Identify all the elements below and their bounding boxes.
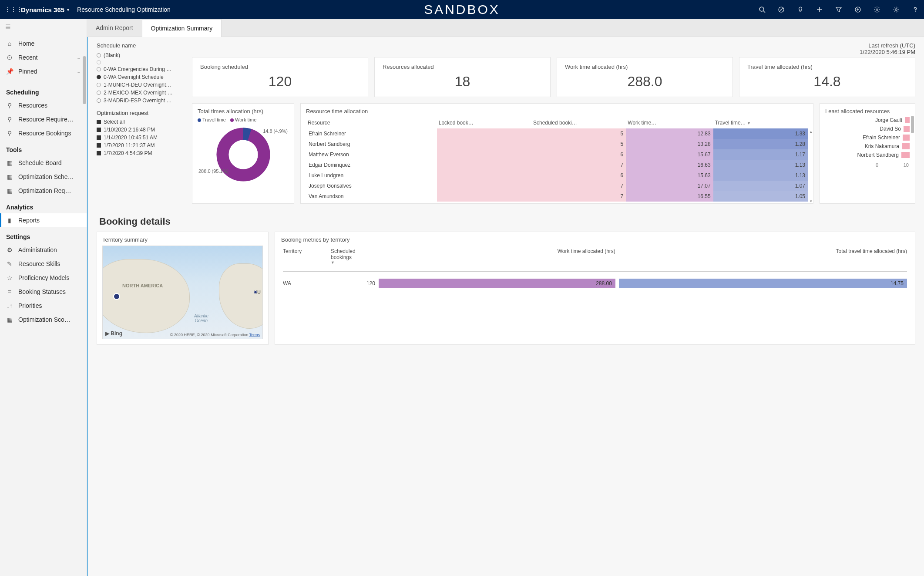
app-title: Resource Scheduling Optimization	[77, 6, 171, 13]
least-scrollbar[interactable]	[911, 116, 914, 133]
metrics-col-header[interactable]: Territory	[281, 246, 329, 267]
metrics-col-header[interactable]: Scheduled bookings	[329, 246, 377, 267]
table-col-header[interactable]: Scheduled booki…	[531, 117, 626, 128]
task-icon[interactable]	[777, 5, 786, 14]
table-row[interactable]: Matthew Everson615.671.17	[306, 149, 808, 160]
schedule-filter-item[interactable]: 0-WA Emergencies During …	[97, 65, 186, 73]
schedule-name-label: Schedule name	[97, 42, 186, 49]
sidebar-item-proficiency-models[interactable]: ☆Proficiency Models	[0, 271, 87, 285]
resource-table-card: Resource time allocation ResourceLocked …	[300, 103, 813, 204]
nav-icon: ≡	[6, 288, 13, 295]
least-bar-row[interactable]: David So	[825, 126, 910, 132]
help-icon[interactable]	[911, 5, 920, 14]
sidebar-item-home[interactable]: ⌂Home	[0, 37, 87, 51]
sidebar-item-resource-requirements[interactable]: ⚲Resource Require…	[0, 112, 87, 126]
schedule-filter-item[interactable]: 0-WA Overnight Schedule	[97, 73, 186, 81]
sidebar-scrollbar[interactable]	[83, 56, 86, 104]
nav-label: Resources	[18, 102, 47, 109]
nav-label: Reports	[18, 217, 40, 224]
resource-table-scrollbar[interactable]: ▴ ▾	[809, 129, 813, 202]
table-row[interactable]: Joseph Gonsalves717.071.07	[306, 181, 808, 191]
sidebar-item-priorities[interactable]: ↓↑Priorities	[0, 299, 87, 313]
nav-icon: ▦	[6, 159, 13, 166]
nav-label: Recent	[18, 54, 37, 61]
radio-icon	[97, 91, 101, 95]
chevron-down-icon: ⌄	[77, 55, 81, 61]
table-row[interactable]: Efrain Schreiner512.831.33	[306, 128, 808, 139]
map-label-ocean: Atlantic Ocean	[194, 313, 208, 323]
sidebar-item-optimization-scopes[interactable]: ▦Optimization Sco…	[0, 313, 87, 327]
booking-metrics-title: Booking metrics by territory	[281, 236, 909, 243]
checkbox-icon	[97, 151, 101, 155]
territory-map[interactable]: NORTH AMERICA EU Atlantic Ocean ▶ Bing ©…	[102, 246, 263, 339]
report-tabs: Admin ReportOptimization Summary	[87, 19, 924, 37]
optrequest-filter-item[interactable]: 1/14/2020 10:45:51 AM	[97, 134, 186, 141]
table-col-header[interactable]: Work time…	[626, 117, 713, 128]
search-icon[interactable]	[758, 5, 766, 14]
nav-label: Resource Bookings	[18, 130, 71, 137]
metrics-col-header[interactable]: Total travel time allocated (hrs)	[617, 246, 909, 267]
sidebar-item-schedule-board[interactable]: ▦Schedule Board	[0, 156, 87, 170]
table-col-header[interactable]: Resource	[306, 117, 437, 128]
schedule-filter-item[interactable]: 1-MUNICH-DEU Overnight…	[97, 81, 186, 89]
legend-label-work: Work time	[235, 117, 256, 122]
scroll-down-icon[interactable]: ▾	[809, 199, 813, 203]
lightbulb-icon[interactable]	[796, 5, 805, 14]
optrequest-filter-label: Select all	[104, 119, 125, 125]
gear-icon[interactable]	[892, 5, 900, 14]
tab-optimization-summary[interactable]: Optimization Summary	[142, 19, 222, 37]
optrequest-filter-item[interactable]: 1/7/2020 4:54:39 PM	[97, 149, 186, 157]
brand[interactable]: Dynamics 365	[21, 6, 64, 13]
add-circle-icon[interactable]	[853, 5, 862, 14]
schedule-filter-item[interactable]: (Blank)	[97, 51, 186, 59]
sidebar-item-optimization-requests[interactable]: ▦Optimization Req…	[0, 184, 87, 198]
schedule-filter-item[interactable]: 2-MEXICO-MEX Overnight …	[97, 89, 186, 97]
metrics-col-header[interactable]: Work time allocated (hrs)	[377, 246, 617, 267]
schedule-filter-item[interactable]	[97, 59, 186, 65]
metrics-row[interactable]: WA120288.0014.75	[281, 276, 909, 291]
table-row[interactable]: Edgar Dominquez716.631.13	[306, 160, 808, 170]
sidebar-item-recent[interactable]: ⏲Recent⌄	[0, 51, 87, 64]
least-bar-row[interactable]: Norbert Sandberg	[825, 152, 910, 158]
sidebar-item-administration[interactable]: ⚙Administration	[0, 243, 87, 257]
least-bar-row[interactable]: Kris Nakamura	[825, 143, 910, 149]
optrequest-filter-item[interactable]: Select all	[97, 118, 186, 126]
radio-icon	[97, 67, 101, 71]
app-launcher-icon[interactable]: ⋮⋮⋮	[4, 6, 17, 13]
add-icon[interactable]	[815, 5, 824, 14]
sidebar-item-booking-statuses[interactable]: ≡Booking Statuses	[0, 285, 87, 299]
sidebar-item-resource-bookings[interactable]: ⚲Resource Bookings	[0, 126, 87, 140]
optrequest-filter-item[interactable]: 1/10/2020 2:16:48 PM	[97, 126, 186, 134]
table-row[interactable]: Luke Lundgren615.631.13	[306, 170, 808, 181]
least-bar	[901, 152, 910, 158]
table-col-header[interactable]: Travel time…	[713, 117, 808, 128]
least-bar-row[interactable]: Efrain Schreiner	[825, 135, 910, 141]
map-terms-link[interactable]: Terms	[249, 333, 260, 337]
map-pin-eu[interactable]	[254, 290, 257, 294]
sidebar-item-reports[interactable]: ▮Reports	[0, 213, 87, 227]
booking-details-title: Booking details	[99, 216, 915, 227]
sidebar-item-resources[interactable]: ⚲Resources	[0, 98, 87, 112]
schedule-filter-item[interactable]: 3-MADRID-ESP Overnight …	[97, 97, 186, 104]
optrequest-filter-item[interactable]: 1/7/2020 11:21:37 AM	[97, 141, 186, 149]
least-bar-row[interactable]: Jorge Gault	[825, 117, 910, 123]
table-row[interactable]: Norbert Sandberg513.281.28	[306, 139, 808, 149]
table-col-header[interactable]: Locked book…	[437, 117, 531, 128]
least-allocated-card: Least allocated resources Jorge GaultDav…	[820, 103, 915, 204]
map-pin-wa[interactable]	[113, 293, 120, 300]
scroll-up-icon[interactable]: ▴	[809, 129, 813, 134]
radio-icon	[97, 75, 101, 79]
settings-advanced-icon[interactable]	[873, 5, 881, 14]
least-bar-label: Kris Nakamura	[851, 143, 899, 149]
nav-icon: ▮	[6, 217, 13, 224]
sidebar-item-resource-skills[interactable]: ✎Resource Skills	[0, 257, 87, 271]
filter-icon[interactable]	[834, 5, 843, 14]
territory-map-card: Territory summary NORTH AMERICA EU Atlan…	[97, 232, 269, 345]
brand-caret-icon[interactable]: ▾	[67, 7, 69, 12]
sidebar-toggle-icon[interactable]: ☰	[0, 19, 87, 35]
nav-icon: ⚲	[6, 116, 13, 123]
sidebar-item-pinned[interactable]: 📌Pinned⌄	[0, 64, 87, 78]
table-row[interactable]: Van Amundson716.551.05	[306, 191, 808, 202]
sidebar-item-optimization-schedules[interactable]: ▦Optimization Sche…	[0, 170, 87, 184]
tab-admin-report[interactable]: Admin Report	[87, 19, 142, 37]
